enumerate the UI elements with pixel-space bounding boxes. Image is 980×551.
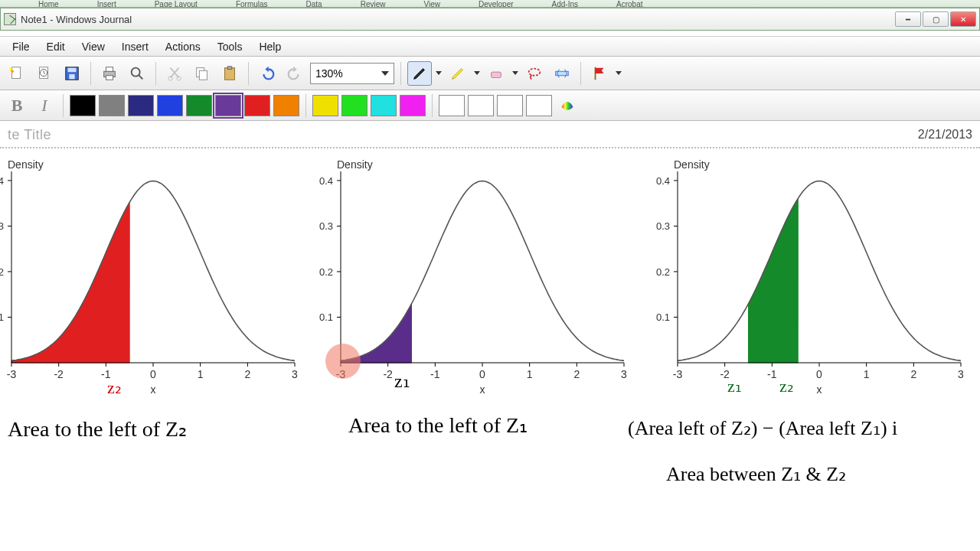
svg-text:3: 3: [621, 368, 627, 380]
svg-rect-0: [12, 67, 21, 78]
flag-dropdown[interactable]: [615, 71, 622, 75]
color-swatch[interactable]: [371, 95, 397, 116]
caption-left: Area to the left of Z₂: [8, 416, 187, 442]
svg-rect-17: [492, 72, 501, 77]
svg-point-1: [9, 67, 12, 70]
plot-right: Density -3-2-101230.10.20.30.4 x: [639, 156, 969, 409]
svg-text:-2: -2: [54, 368, 64, 380]
color-swatch-empty[interactable]: [439, 95, 465, 116]
lasso-tool-button[interactable]: [522, 61, 547, 86]
caption-right-2: Area between Z₁ & Z₂: [666, 462, 846, 486]
color-swatch[interactable]: [70, 95, 96, 116]
eraser-tool-button[interactable]: [484, 61, 508, 86]
color-swatch[interactable]: [99, 95, 125, 116]
paste-button[interactable]: [217, 61, 242, 86]
save-button[interactable]: [60, 61, 84, 86]
pen-tool-button[interactable]: [407, 61, 432, 86]
recent-notes-button[interactable]: [32, 61, 57, 86]
note-canvas[interactable]: te Title 2/21/2013 Density -3-2-101230.1…: [0, 121, 980, 551]
svg-text:2: 2: [244, 368, 250, 380]
annot-z1-right: z₁: [727, 377, 742, 396]
bold-button[interactable]: B: [5, 93, 29, 118]
color-swatch-empty[interactable]: [497, 95, 523, 116]
svg-text:-1: -1: [430, 368, 440, 380]
svg-text:0: 0: [150, 368, 156, 380]
menu-tools[interactable]: Tools: [210, 38, 250, 55]
svg-text:3: 3: [292, 368, 298, 380]
color-swatch[interactable]: [341, 95, 368, 116]
menu-actions[interactable]: Actions: [158, 38, 208, 55]
print-button[interactable]: [97, 61, 122, 86]
color-swatch[interactable]: [157, 95, 183, 116]
close-button[interactable]: ✕: [950, 11, 976, 27]
window-title: Note1 - Windows Journal: [21, 14, 132, 25]
pen-dropdown[interactable]: [435, 71, 443, 75]
annot-z1-mid: z₁: [394, 370, 410, 392]
note-title-placeholder[interactable]: te Title: [8, 127, 51, 143]
svg-text:0.3: 0.3: [656, 220, 670, 232]
menu-help[interactable]: Help: [251, 38, 289, 55]
svg-text:x: x: [151, 383, 156, 396]
insert-space-button[interactable]: [550, 61, 574, 86]
cursor-highlight: [325, 344, 361, 379]
svg-text:1: 1: [198, 368, 204, 380]
svg-text:1: 1: [864, 368, 870, 380]
color-swatch[interactable]: [128, 95, 154, 116]
zoom-value: 130%: [315, 67, 343, 80]
color-swatch[interactable]: [244, 95, 270, 116]
svg-text:0.3: 0.3: [319, 220, 333, 232]
svg-rect-14: [199, 70, 207, 80]
find-button[interactable]: [125, 61, 149, 86]
undo-button[interactable]: [255, 61, 279, 86]
svg-text:Density: Density: [8, 158, 44, 171]
color-swatch[interactable]: [186, 95, 212, 116]
background-strip: [0, 31, 980, 37]
svg-text:0.2: 0.2: [0, 266, 4, 278]
menu-view[interactable]: View: [74, 38, 113, 55]
minimize-button[interactable]: ━: [895, 11, 921, 27]
highlighter-dropdown[interactable]: [473, 71, 481, 75]
color-swatch[interactable]: [312, 95, 338, 116]
menu-edit[interactable]: Edit: [39, 38, 73, 55]
svg-text:Density: Density: [674, 158, 710, 171]
color-swatch[interactable]: [215, 95, 241, 116]
flag-button[interactable]: [587, 61, 612, 86]
color-swatch-empty[interactable]: [468, 95, 494, 116]
color-swatch[interactable]: [400, 95, 426, 116]
copy-button[interactable]: [190, 61, 214, 86]
svg-text:0.4: 0.4: [0, 175, 4, 187]
eraser-dropdown[interactable]: [511, 71, 519, 75]
svg-text:0.3: 0.3: [0, 220, 4, 232]
color-swatch[interactable]: [273, 95, 299, 116]
caption-right-1: (Area left of Z₂) − (Area left Z₁) i: [628, 416, 897, 440]
main-toolbar: 130%: [0, 57, 980, 90]
zoom-combo[interactable]: 130%: [310, 63, 394, 84]
highlighter-tool-button[interactable]: [446, 61, 470, 86]
svg-text:x: x: [817, 383, 822, 396]
italic-button[interactable]: I: [32, 93, 57, 118]
svg-text:0: 0: [816, 368, 822, 380]
window-titlebar: Note1 - Windows Journal ━ ▢ ✕: [0, 8, 980, 31]
svg-rect-9: [106, 75, 113, 80]
menu-file[interactable]: File: [5, 38, 38, 55]
svg-rect-15: [225, 67, 235, 80]
menu-insert[interactable]: Insert: [114, 38, 156, 55]
maximize-button[interactable]: ▢: [923, 11, 949, 27]
caption-mid: Area to the left of Z₁: [348, 412, 528, 438]
svg-rect-16: [227, 66, 232, 69]
svg-text:0.2: 0.2: [319, 266, 333, 278]
svg-text:-2: -2: [383, 368, 393, 380]
svg-rect-6: [69, 73, 74, 78]
svg-rect-5: [68, 67, 77, 72]
more-colors-button[interactable]: [555, 93, 580, 118]
svg-text:0.1: 0.1: [0, 311, 4, 323]
annot-z2-left: z₂: [107, 378, 122, 398]
annot-z2-right: z₂: [779, 377, 794, 396]
redo-button[interactable]: [283, 61, 307, 86]
plot-left: Density -3-2-101230.10.20.30.4 x: [0, 156, 302, 409]
cut-button[interactable]: [162, 61, 187, 86]
new-note-button[interactable]: [5, 61, 29, 86]
note-title-row: te Title 2/21/2013: [0, 122, 980, 148]
color-swatch-empty[interactable]: [526, 95, 552, 116]
plots-area: Density -3-2-101230.10.20.30.4 x Density…: [0, 148, 980, 546]
